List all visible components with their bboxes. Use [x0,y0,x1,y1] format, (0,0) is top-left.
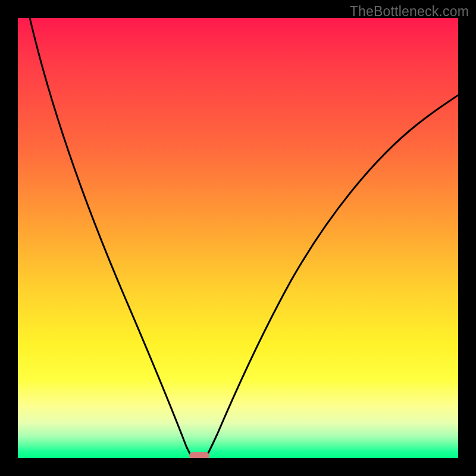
curve-left [30,18,194,458]
plot-area [18,18,458,458]
chart-frame: TheBottleneck.com [0,0,476,476]
minimum-marker [189,452,209,458]
curve-right [205,95,458,458]
curve-layer [18,18,458,458]
watermark-text: TheBottleneck.com [350,4,469,20]
